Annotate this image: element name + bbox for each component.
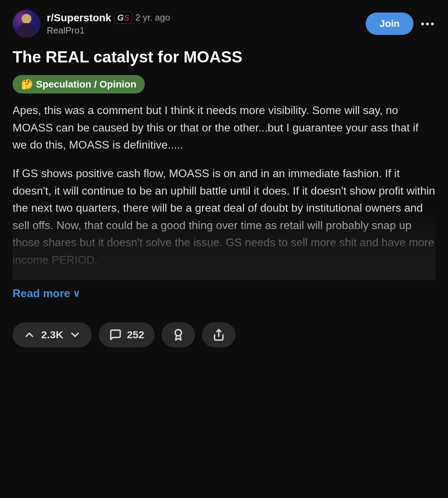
downvote-icon: [69, 329, 81, 341]
paragraph-2: If GS shows positive cash flow, MOASS is…: [13, 165, 435, 269]
action-bar: 2.3K 252: [13, 322, 435, 347]
subreddit-name[interactable]: r/Superstonk: [47, 12, 111, 24]
tag-container: 🤔 Speculation / Opinion: [13, 75, 435, 93]
read-more-label: Read more: [13, 287, 70, 300]
speculation-tag[interactable]: 🤔 Speculation / Opinion: [13, 75, 145, 93]
gs-badge: G S: [115, 12, 132, 24]
gs-badge-g: G: [117, 13, 124, 23]
more-options-button[interactable]: •••: [420, 17, 435, 30]
comment-count: 252: [127, 329, 144, 341]
vote-count: 2.3K: [41, 329, 63, 341]
comment-icon: [109, 329, 122, 341]
truncated-text: Apes, this was a comment but I think it …: [13, 102, 435, 280]
tag-label: Speculation / Opinion: [36, 79, 136, 90]
share-icon: [212, 329, 225, 341]
comments-button[interactable]: 252: [99, 322, 155, 347]
post-title: The REAL catalyst for MOASS: [13, 47, 435, 67]
header-left: r/Superstonk G S 2 yr. ago RealPro1: [13, 10, 170, 38]
subreddit-info: r/Superstonk G S 2 yr. ago RealPro1: [47, 12, 170, 36]
award-button[interactable]: [162, 322, 195, 347]
subreddit-row: r/Superstonk G S 2 yr. ago: [47, 12, 170, 24]
avatar: [13, 10, 40, 38]
gs-badge-s: S: [124, 13, 129, 23]
read-more-button[interactable]: Read more ∨: [13, 287, 80, 300]
post-container: r/Superstonk G S 2 yr. ago RealPro1 Join…: [0, 0, 448, 360]
vote-button[interactable]: 2.3K: [13, 322, 92, 347]
award-icon: [172, 329, 185, 341]
post-header: r/Superstonk G S 2 yr. ago RealPro1 Join…: [13, 10, 435, 38]
upvote-icon: [23, 329, 36, 341]
username[interactable]: RealPro1: [47, 25, 170, 36]
join-button[interactable]: Join: [366, 13, 414, 35]
header-right: Join •••: [366, 13, 435, 35]
share-button[interactable]: [202, 322, 236, 347]
post-content: Apes, this was a comment but I think it …: [13, 102, 435, 280]
time-ago: 2 yr. ago: [135, 12, 170, 23]
chevron-down-icon: ∨: [73, 288, 80, 299]
tag-emoji: 🤔: [21, 78, 33, 90]
paragraph-1: Apes, this was a comment but I think it …: [13, 102, 435, 154]
